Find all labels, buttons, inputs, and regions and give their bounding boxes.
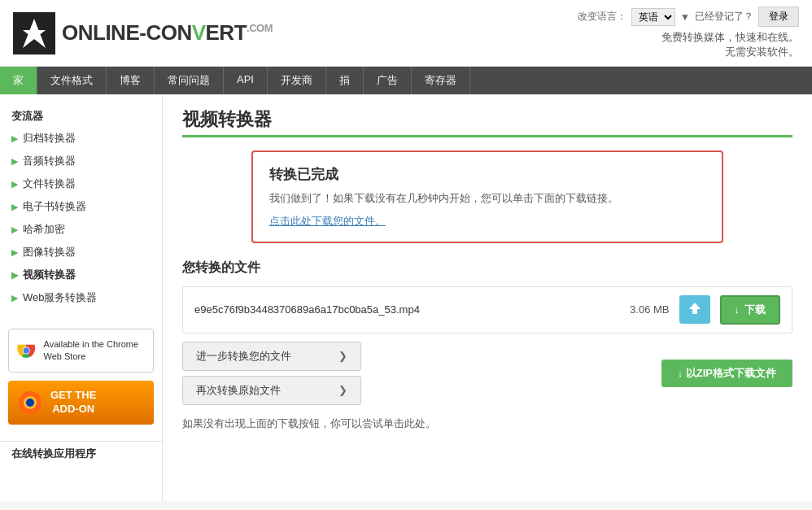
sidebar-item-label: 归档转换器 — [23, 131, 76, 146]
header-right: 改变语言： 英语 中文 ▼ 已经登记了？ 登录 免费转换媒体，快速和在线。 无需… — [578, 7, 799, 59]
arrow-icon: ▶ — [11, 224, 18, 235]
sidebar-item-label: 视频转换器 — [23, 268, 76, 282]
conversion-complete-box: 转换已完成 我们做到了！如果下载没有在几秒钟内开始，您可以单击下面的下载链接。 … — [251, 150, 723, 243]
sidebar-item-label: 音频转换器 — [23, 154, 76, 168]
zip-download-label: ↓ 以ZIP格式下载文件 — [678, 366, 776, 381]
nav-item-register[interactable]: 寄存器 — [412, 67, 470, 94]
main-content: 视频转换器 转换已完成 我们做到了！如果下载没有在几秒钟内开始，您可以单击下面的… — [163, 94, 812, 501]
nav-item-ads[interactable]: 广告 — [364, 67, 412, 94]
sidebar-item-video[interactable]: ▶ 视频转换器 — [0, 264, 162, 286]
language-select[interactable]: 英语 中文 — [631, 8, 675, 26]
reconvert-button[interactable]: 再次转换原始文件 ❯ — [182, 376, 361, 405]
download-zip-button[interactable]: ↓ 以ZIP格式下载文件 — [661, 360, 792, 387]
chrome-icon — [15, 336, 37, 365]
arrow-icon: ▶ — [11, 202, 18, 212]
nav-item-api[interactable]: API — [224, 67, 268, 94]
upload-icon — [688, 301, 702, 316]
nav-item-file-formats[interactable]: 文件格式 — [37, 67, 107, 94]
chrome-store-text: Available in the Chrome Web Store — [44, 338, 146, 364]
header: ONLINE-CONVERT.COM 改变语言： 英语 中文 ▼ 已经登记了？ … — [0, 0, 812, 67]
svg-marker-8 — [689, 303, 701, 314]
upload-button[interactable] — [679, 295, 710, 324]
arrow-icon: ▶ — [11, 179, 18, 190]
lang-label: 改变语言： — [578, 10, 626, 24]
sidebar-item-label: 电子书转换器 — [23, 199, 86, 214]
sidebar-item-hash[interactable]: ▶ 哈希加密 — [0, 218, 162, 241]
arrow-icon: ▶ — [11, 133, 18, 144]
svg-marker-0 — [23, 19, 46, 48]
logo-text: ONLINE-CONVERT.COM — [62, 20, 273, 46]
svg-point-7 — [26, 399, 34, 407]
chevron-right-icon: ❯ — [338, 384, 347, 396]
sidebar-item-archive[interactable]: ▶ 归档转换器 — [0, 127, 162, 150]
tagline-line1: 免费转换媒体，快速和在线。 — [578, 30, 799, 45]
main-layout: 变流器 ▶ 归档转换器 ▶ 音频转换器 ▶ 文件转换器 ▶ 电子书转换器 ▶ 哈… — [0, 94, 812, 501]
file-name: e9e5c76f9b3448370689a6a17bc0ba5a_53.mp4 — [194, 303, 603, 316]
file-row: e9e5c76f9b3448370689a6a17bc0ba5a_53.mp4 … — [182, 286, 792, 333]
inline-download-link[interactable]: 点击此处下载您的文件。 — [269, 215, 386, 227]
sidebar-item-image[interactable]: ▶ 图像转换器 — [0, 241, 162, 264]
sidebar-apps-section: 在线转换应用程序 — [0, 441, 162, 464]
arrow-icon: ▶ — [11, 270, 18, 281]
download-label: 下载 — [744, 303, 766, 317]
nav-item-blog[interactable]: 博客 — [107, 67, 155, 94]
bottom-note: 如果没有出现上面的下载按钮，你可以尝试单击此处。 — [182, 416, 792, 431]
download-button[interactable]: ↓ 下载 — [720, 295, 781, 325]
sidebar-item-label: 图像转换器 — [23, 245, 76, 259]
nav-item-developer[interactable]: 开发商 — [268, 67, 326, 94]
bottom-note-text: 如果没有出现上面的下载按钮，你可以尝试单击此处。 — [182, 417, 436, 429]
download-icon: ↓ — [735, 303, 740, 316]
main-nav: 家 文件格式 博客 常问问题 API 开发商 捐 广告 寄存器 — [0, 67, 812, 94]
sidebar-item-label: Web服务转换器 — [23, 290, 98, 305]
arrow-icon: ▶ — [11, 156, 18, 167]
sidebar-item-web[interactable]: ▶ Web服务转换器 — [0, 286, 162, 309]
svg-point-4 — [24, 347, 29, 353]
sidebar-bottom: Available in the Chrome Web Store GET TH… — [0, 322, 162, 431]
nav-item-home[interactable]: 家 — [0, 67, 37, 94]
logo-area: ONLINE-CONVERT.COM — [13, 12, 273, 54]
reconvert-label: 再次转换原始文件 — [196, 383, 281, 398]
sidebar-item-ebook[interactable]: ▶ 电子书转换器 — [0, 195, 162, 218]
firefox-icon — [18, 390, 42, 415]
further-convert-button[interactable]: 进一步转换您的文件 ❯ — [182, 342, 361, 371]
sidebar-item-label: 哈希加密 — [23, 222, 65, 237]
dropdown-arrow-icon: ▼ — [680, 11, 690, 23]
action-left: 进一步转换您的文件 ❯ 再次转换原始文件 ❯ — [182, 342, 361, 405]
logged-in-label: 已经登记了？ — [695, 10, 753, 24]
action-row: 进一步转换您的文件 ❯ 再次转换原始文件 ❯ ↓ 以ZIP格式下载文件 — [182, 342, 792, 405]
lang-row: 改变语言： 英语 中文 ▼ 已经登记了？ 登录 — [578, 7, 799, 27]
sidebar-section-title: 变流器 — [0, 104, 162, 127]
login-button[interactable]: 登录 — [758, 7, 799, 27]
firefox-btn-text: GET THE ADD-ON — [50, 389, 96, 416]
logo-icon — [13, 12, 55, 54]
chrome-store-box[interactable]: Available in the Chrome Web Store — [8, 329, 154, 373]
firefox-addon-button[interactable]: GET THE ADD-ON — [8, 381, 154, 425]
page-title: 视频转换器 — [182, 107, 792, 132]
sidebar-item-label: 文件转换器 — [23, 177, 76, 191]
nav-item-donate[interactable]: 捐 — [326, 67, 364, 94]
sidebar-item-audio[interactable]: ▶ 音频转换器 — [0, 150, 162, 172]
conversion-title: 转换已完成 — [269, 165, 705, 184]
title-underline — [182, 135, 792, 137]
tagline-line2: 无需安装软件。 — [578, 45, 799, 59]
files-section-title: 您转换的文件 — [182, 259, 792, 277]
tagline: 免费转换媒体，快速和在线。 无需安装软件。 — [578, 30, 799, 59]
arrow-icon: ▶ — [11, 247, 18, 258]
chevron-right-icon: ❯ — [338, 350, 347, 362]
sidebar: 变流器 ▶ 归档转换器 ▶ 音频转换器 ▶ 文件转换器 ▶ 电子书转换器 ▶ 哈… — [0, 94, 163, 501]
sidebar-item-document[interactable]: ▶ 文件转换器 — [0, 172, 162, 195]
file-size: 3.06 MB — [613, 303, 670, 316]
further-convert-label: 进一步转换您的文件 — [196, 349, 291, 364]
conversion-text: 我们做到了！如果下载没有在几秒钟内开始，您可以单击下面的下载链接。 — [269, 190, 705, 207]
nav-item-faq[interactable]: 常问问题 — [155, 67, 224, 94]
arrow-icon: ▶ — [11, 293, 18, 303]
